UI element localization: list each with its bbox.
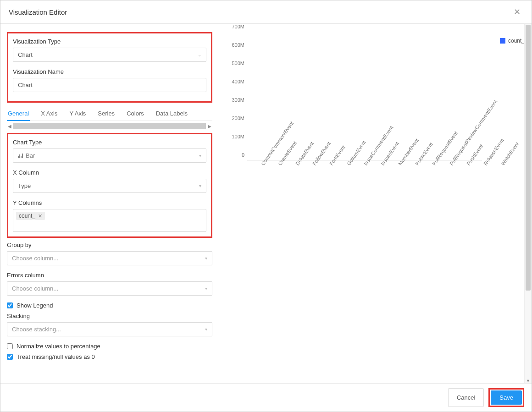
chart-type-select[interactable]: Bar ▾ xyxy=(13,148,206,163)
x-column-label: X Column xyxy=(13,169,206,176)
highlight-chart-config: Chart Type Bar ▾ X Column Type ▾ xyxy=(7,133,212,238)
y-tick: 400M xyxy=(232,79,244,84)
show-legend-label: Show Legend xyxy=(17,302,53,309)
chart-y-axis: 0100M200M300M400M500M600M700M xyxy=(225,32,247,160)
x-tick-label: IssueCommentEvent xyxy=(363,163,367,166)
y-tick: 700M xyxy=(232,24,244,29)
legend-label: count_ xyxy=(508,38,525,44)
x-column-select[interactable]: Type ▾ xyxy=(13,179,206,193)
errors-placeholder: Choose column... xyxy=(12,285,58,292)
chart-type-label: Chart Type xyxy=(13,139,206,146)
chevron-down-icon: ▾ xyxy=(205,256,207,261)
cancel-button[interactable]: Cancel xyxy=(448,388,484,407)
close-icon: ✕ xyxy=(514,7,521,16)
y-column-tag-label: count_ xyxy=(19,213,35,219)
vertical-scrollbar[interactable]: ▲ ▼ xyxy=(524,24,532,383)
scroll-thumb[interactable] xyxy=(526,25,531,291)
y-columns-label: Y Columns xyxy=(13,199,206,206)
errors-column-select[interactable]: Choose column... ▾ xyxy=(7,281,212,296)
scroll-track[interactable] xyxy=(13,123,206,129)
chevron-down-icon: ▾ xyxy=(199,153,201,158)
y-columns-input[interactable]: count_ ✕ xyxy=(13,209,206,232)
x-tick-label: ForkEvent xyxy=(328,163,333,166)
viz-type-value: Chart xyxy=(18,51,33,58)
normalize-label: Normalize values to percentage xyxy=(17,343,100,350)
normalize-checkbox[interactable] xyxy=(7,343,13,349)
scroll-down-icon[interactable]: ▼ xyxy=(525,379,532,383)
errors-column-label: Errors column xyxy=(7,272,212,279)
tab-x-axis[interactable]: X Axis xyxy=(40,106,58,121)
chevron-down-icon: ▾ xyxy=(205,286,207,291)
chart-preview: count_ 0100M200M300M400M500M600M700M xyxy=(225,32,522,160)
tab-data-labels[interactable]: Data Labels xyxy=(155,106,188,121)
x-tick-label: CreateEvent xyxy=(277,163,282,166)
x-tick-label: WatchEvent xyxy=(500,163,504,166)
scroll-right-icon[interactable]: ▶ xyxy=(207,124,212,129)
close-button[interactable]: ✕ xyxy=(511,6,523,18)
chart-type-value: Bar xyxy=(26,152,35,159)
y-column-tag: count_ ✕ xyxy=(16,212,45,220)
x-tick-label: MemberEvent xyxy=(397,163,402,166)
x-tick-label: DeleteEvent xyxy=(294,163,299,166)
x-tick-label: PushEvent xyxy=(466,163,470,166)
x-tick-label: IssuesEvent xyxy=(380,163,384,166)
y-tick: 100M xyxy=(232,134,244,139)
y-tick: 300M xyxy=(232,97,244,103)
stacking-select[interactable]: Choose stacking... ▾ xyxy=(7,322,212,336)
chart-x-axis: CommitCommentEventCreateEventDeleteEvent… xyxy=(247,160,504,169)
x-tick-label: CommitCommentEvent xyxy=(260,163,265,166)
group-by-placeholder: Choose column... xyxy=(12,255,58,262)
highlight-viz-meta: Visualization Type Chart ⌄ Visualization… xyxy=(7,32,212,103)
x-tick-label: PullRequestReviewCommentEvent xyxy=(449,163,453,166)
scroll-left-icon[interactable]: ◀ xyxy=(7,124,12,129)
legend-swatch xyxy=(500,38,505,44)
chevron-down-icon: ▾ xyxy=(205,327,207,332)
tab-series[interactable]: Series xyxy=(97,106,116,121)
settings-tabs: General X Axis Y Axis Series Colors Data… xyxy=(7,106,212,121)
x-tick-label: FollowEvent xyxy=(311,163,316,166)
treat-missing-checkbox[interactable] xyxy=(7,354,13,360)
viz-name-input[interactable] xyxy=(13,78,206,92)
tag-remove-icon[interactable]: ✕ xyxy=(38,213,42,219)
y-tick: 600M xyxy=(232,42,244,48)
save-button[interactable]: Save xyxy=(491,390,522,405)
highlight-save: Save xyxy=(488,388,524,407)
x-column-value: Type xyxy=(18,182,31,189)
stacking-label: Stacking xyxy=(7,313,212,319)
group-by-select[interactable]: Choose column... ▾ xyxy=(7,251,212,265)
x-tick-label: PublicEvent xyxy=(414,163,419,166)
tab-general[interactable]: General xyxy=(7,106,30,121)
group-by-label: Group by xyxy=(7,242,212,248)
show-legend-checkbox[interactable] xyxy=(7,302,13,308)
y-tick: 500M xyxy=(232,60,244,66)
x-tick-label: PullRequestEvent xyxy=(431,163,436,166)
y-tick: 200M xyxy=(232,115,244,121)
modal-title: Visualization Editor xyxy=(9,8,67,16)
x-tick-label: GollumEvent xyxy=(346,163,350,166)
viz-type-label: Visualization Type xyxy=(13,38,206,45)
stacking-placeholder: Choose stacking... xyxy=(12,326,61,333)
bar-chart-icon xyxy=(18,154,23,158)
tab-scrollbar[interactable]: ◀ ▶ xyxy=(7,123,212,129)
chevron-down-icon: ⌄ xyxy=(198,52,201,57)
chart-legend: count_ xyxy=(500,38,525,44)
tab-colors[interactable]: Colors xyxy=(126,106,145,121)
viz-name-label: Visualization Name xyxy=(13,68,206,75)
treat-missing-label: Treat missing/null values as 0 xyxy=(17,353,95,360)
chevron-down-icon: ▾ xyxy=(199,183,201,188)
viz-type-select[interactable]: Chart ⌄ xyxy=(13,48,206,62)
x-tick-label: ReleaseEvent xyxy=(482,163,487,166)
y-tick: 0 xyxy=(242,152,244,158)
tab-y-axis[interactable]: Y Axis xyxy=(68,106,87,121)
